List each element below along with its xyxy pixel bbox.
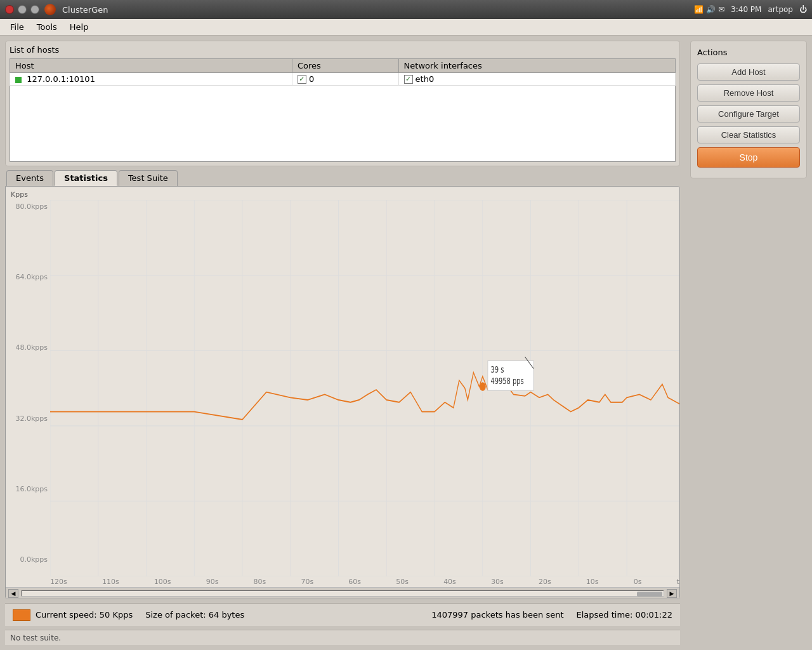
y-tick-64: 64.0kpps [8,273,48,281]
tab-bar: Events Statistics Test Suite [5,170,680,186]
elapsed-label: Elapsed time: 00:01:22 [577,610,672,620]
actions-title: Actions [697,48,800,57]
chart-container: Kpps 80.0kpps 64.0kpps 48.0kpps 32.0kpps… [6,187,679,587]
tab-content: Kpps 80.0kpps 64.0kpps 48.0kpps 32.0kpps… [5,186,680,599]
x-tick-50: 50s [396,578,409,586]
packet-size-label: Size of packet: 64 bytes [145,610,244,620]
scrollbar-area[interactable]: ◀ ▶ [6,587,679,599]
menu-tools[interactable]: Tools [30,20,63,34]
scrollbar-thumb[interactable] [637,592,662,597]
y-tick-32: 32.0kpps [8,415,48,423]
scrollbar-track[interactable] [21,590,664,597]
remove-host-button[interactable]: Remove Host [697,84,800,102]
window-title: ClusterGen [62,5,690,15]
scroll-right-button[interactable]: ▶ [667,589,677,598]
x-tick-80: 80s [254,578,266,586]
svg-point-20 [480,383,485,390]
hosts-section: List of hosts Host Cores Network interfa… [5,41,680,166]
svg-text:39 s: 39 s [490,364,504,375]
chart-svg: 39 s 49958 pps [50,200,679,576]
menu-help[interactable]: Help [63,20,95,34]
user-name: artpop [768,5,793,14]
col-network: Network interfaces [398,59,675,73]
host-status-indicator [15,77,22,83]
x-tick-60: 60s [348,578,361,586]
iface-checkbox[interactable]: ✓ [404,75,413,84]
clear-statistics-button[interactable]: Clear Statistics [697,126,800,143]
hosts-title: List of hosts [10,45,676,55]
y-axis: 80.0kpps 64.0kpps 48.0kpps 32.0kpps 16.0… [6,200,50,576]
svg-text:49958 pps: 49958 pps [490,376,523,387]
y-tick-80: 80.0kpps [8,202,48,211]
x-axis-t-label: t [677,578,679,586]
maximize-button[interactable] [30,5,39,14]
menubar: File Tools Help [0,19,812,36]
power-icon[interactable]: ⏻ [799,5,807,14]
x-tick-90: 90s [206,578,219,586]
host-row-0[interactable]: 127.0.0.1:10101 ✓ 0 ✓ eth0 [10,73,676,86]
minimize-button[interactable] [18,5,27,14]
stop-button[interactable]: Stop [697,147,800,168]
speed-indicator: Current speed: 50 Kpps [13,609,133,621]
x-tick-30: 30s [491,578,504,586]
x-axis: 120s 110s 100s 90s 80s 70s 60s 50s 40s 3… [6,576,679,587]
tab-events[interactable]: Events [6,170,53,186]
actions-section: Actions Add Host Remove Host Configure T… [690,41,807,178]
app-logo [44,4,56,15]
host-cell: 127.0.0.1:10101 [10,73,292,86]
titlebar: ClusterGen 📶 🔊 ✉ 3:40 PM artpop ⏻ [0,0,812,19]
configure-target-button[interactable]: Configure Target [697,105,800,123]
x-tick-70: 70s [301,578,313,586]
menu-file[interactable]: File [4,20,30,34]
titlebar-right: 📶 🔊 ✉ 3:40 PM artpop ⏻ [694,5,807,14]
hosts-empty-area [10,86,676,162]
status-right: 1407997 packets has been sent Elapsed ti… [431,610,672,620]
right-panel: Actions Add Host Remove Host Configure T… [685,36,812,650]
x-tick-0: 0s [634,578,642,586]
speed-label: Current speed: 50 Kpps [36,610,133,620]
col-cores: Cores [292,59,398,73]
add-host-button[interactable]: Add Host [697,63,800,81]
x-tick-10: 10s [586,578,599,586]
x-tick-20: 20s [539,578,551,586]
chart-svg-area[interactable]: 39 s 49958 pps [50,200,679,576]
x-tick-110: 110s [102,578,119,586]
col-host: Host [10,59,292,73]
clock: 3:40 PM [731,5,761,14]
packets-sent-label: 1407997 packets has been sent [431,610,563,620]
hosts-table: Host Cores Network interfaces 127.0.0.1:… [10,58,676,86]
close-button[interactable] [5,5,14,14]
status-bar: Current speed: 50 Kpps Size of packet: 6… [5,603,680,626]
no-test-suite-bar: No test suite. [5,630,680,645]
tab-statistics[interactable]: Statistics [55,170,117,186]
chart-inner: 80.0kpps 64.0kpps 48.0kpps 32.0kpps 16.0… [6,200,679,576]
cores-checkbox[interactable]: ✓ [298,75,306,84]
cores-cell: ✓ 0 [292,73,398,86]
speed-color-box [13,609,30,621]
x-tick-40: 40s [443,578,456,586]
iface-cell: ✓ eth0 [398,73,675,86]
y-tick-0: 0.0kpps [8,555,48,564]
system-tray: 📶 🔊 ✉ [694,5,724,14]
y-axis-label: Kpps [6,190,679,199]
no-test-suite-text: No test suite. [10,633,61,642]
scroll-left-button[interactable]: ◀ [8,589,18,598]
x-tick-100: 100s [154,578,171,586]
x-tick-120: 120s [50,578,67,586]
y-tick-48: 48.0kpps [8,343,48,352]
y-tick-16: 16.0kpps [8,485,48,493]
tabs-area: Events Statistics Test Suite Kpps 80.0kp… [5,170,680,599]
tab-test-suite[interactable]: Test Suite [119,170,178,186]
